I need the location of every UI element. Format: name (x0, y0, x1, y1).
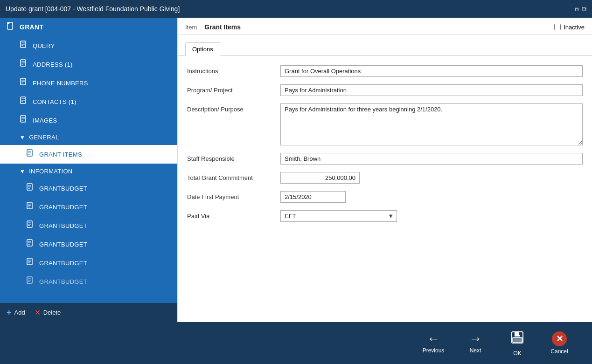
sidebar-grant-label: GRANT (20, 23, 43, 31)
sidebar-item-contacts[interactable]: CONTACTS (1) (0, 92, 177, 111)
grantbudget5-icon (26, 258, 35, 268)
description-row: Description/ Purpose Pays for Administra… (187, 103, 583, 145)
sidebar-grantbudget5-label: GRANTBUDGET (39, 260, 87, 267)
sidebar-grantbudget2-label: GRANTBUDGET (39, 204, 87, 211)
sidebar-item-general[interactable]: ▼ GENERAL (0, 130, 177, 145)
general-chevron: ▼ (20, 134, 25, 141)
sidebar-item-query[interactable]: QUERY (0, 36, 177, 55)
commitment-row: Total Grant Commitment (187, 172, 583, 184)
tabs-bar: Options (178, 35, 592, 56)
sidebar-item-information[interactable]: ▼ INFORMATION (0, 164, 177, 179)
content-header: Item Grant Items Inactive (178, 18, 592, 35)
ok-label: OK (513, 350, 521, 357)
delete-label: Delete (43, 309, 61, 316)
grantbudget4-icon (26, 239, 35, 249)
sidebar-item-grant-items[interactable]: GRANT ITEMS (0, 145, 177, 164)
svg-rect-54 (519, 332, 521, 335)
program-input[interactable] (280, 84, 583, 96)
previous-button[interactable]: ← Previous (419, 332, 447, 354)
date-label: Date First Payment (187, 191, 280, 200)
sidebar-contacts-label: CONTACTS (1) (33, 98, 77, 105)
staff-input[interactable] (280, 153, 583, 165)
add-icon: + (7, 308, 12, 317)
sidebar-item-grantbudget4[interactable]: GRANTBUDGET (0, 235, 177, 254)
content-area: Item Grant Items Inactive Options Instru… (177, 18, 592, 322)
title-bar: Update grant [004-007 - Westfield Founda… (0, 0, 592, 18)
sidebar-item-phone[interactable]: PHONE NUMBERS (0, 74, 177, 92)
staff-row: Staff Responsible (187, 153, 583, 165)
paid-via-select[interactable]: EFT Check Wire ACH (281, 211, 397, 221)
grant-icon (7, 22, 15, 32)
instructions-input[interactable] (280, 65, 583, 77)
instructions-row: Instructions (187, 65, 583, 77)
inactive-label: Inactive (564, 24, 585, 31)
previous-label: Previous (423, 347, 445, 354)
sidebar: GRANT QUERY ADDRESS (1) (0, 18, 177, 322)
sidebar-actions: + Add ✕ Delete (0, 303, 177, 322)
restore-icon[interactable]: ⧉ (582, 5, 586, 13)
svg-rect-53 (514, 338, 521, 341)
query-icon (20, 41, 28, 51)
grantbudget6-icon (26, 276, 35, 287)
paid-via-select-wrap: EFT Check Wire ACH ▼ (280, 210, 397, 222)
commitment-label: Total Grant Commitment (187, 172, 280, 181)
svg-rect-1 (7, 22, 9, 24)
information-chevron: ▼ (20, 168, 25, 175)
add-label: Add (14, 309, 25, 316)
images-icon (20, 115, 28, 125)
sidebar-phone-label: PHONE NUMBERS (33, 80, 88, 87)
sidebar-grantbudget6-label: GRANTBUDGET (39, 278, 87, 285)
inactive-checkbox[interactable] (554, 24, 561, 30)
program-row: Program/ Project (187, 84, 583, 96)
sidebar-item-grantbudget3[interactable]: GRANTBUDGET (0, 216, 177, 235)
sidebar-item-address[interactable]: ADDRESS (1) (0, 55, 177, 74)
paid-via-row: Paid Via EFT Check Wire ACH ▼ (187, 210, 583, 222)
sidebar-grantbudget3-label: GRANTBUDGET (39, 222, 87, 229)
grant-items-icon (26, 149, 35, 159)
grantbudget1-icon (26, 183, 35, 193)
ok-save-icon (510, 330, 525, 348)
sidebar-item-grantbudget5[interactable]: GRANTBUDGET (0, 254, 177, 272)
commitment-input[interactable] (280, 172, 360, 184)
cancel-button[interactable]: ✕ Cancel (545, 331, 573, 355)
staff-label: Staff Responsible (187, 153, 280, 162)
tab-options[interactable]: Options (185, 42, 220, 56)
content-title: Grant Items (204, 23, 241, 31)
sidebar-item-grantbudget2[interactable]: GRANTBUDGET (0, 198, 177, 216)
grantbudget3-icon (26, 220, 35, 231)
sidebar-grant-items-label: GRANT ITEMS (39, 151, 82, 158)
maximize-icon[interactable]: ⧈ (575, 5, 579, 13)
sidebar-grantbudget4-label: GRANTBUDGET (39, 241, 87, 248)
item-label: Item (185, 24, 197, 31)
sidebar-item-grantbudget6[interactable]: GRANTBUDGET (0, 272, 177, 291)
next-button[interactable]: → Next (461, 332, 489, 354)
sidebar-address-label: ADDRESS (1) (33, 61, 73, 68)
delete-button[interactable]: ✕ Delete (35, 308, 61, 317)
instructions-label: Instructions (187, 65, 280, 75)
date-row: Date First Payment (187, 191, 583, 203)
next-icon: → (469, 332, 482, 345)
date-input[interactable] (280, 191, 346, 203)
ok-button[interactable]: OK (503, 330, 531, 357)
cancel-icon: ✕ (552, 331, 567, 346)
inactive-wrap: Inactive (554, 24, 585, 31)
sidebar-general-label: GENERAL (29, 134, 59, 141)
sidebar-grantbudget1-label: GRANTBUDGET (39, 185, 87, 192)
sidebar-item-grantbudget1[interactable]: GRANTBUDGET (0, 179, 177, 198)
description-label: Description/ Purpose (187, 103, 280, 113)
sidebar-item-images[interactable]: IMAGES (0, 111, 177, 130)
description-textarea[interactable]: Pays for Administration for three years … (280, 103, 583, 145)
window-controls: ⧈ ⧉ (575, 5, 586, 13)
paid-via-label: Paid Via (187, 210, 280, 220)
sidebar-item-grant[interactable]: GRANT (0, 18, 177, 36)
bottom-toolbar: ← Previous → Next OK ✕ Cancel (0, 322, 592, 364)
previous-icon: ← (427, 332, 440, 345)
add-button[interactable]: + Add (7, 308, 25, 317)
main-layout: GRANT QUERY ADDRESS (1) (0, 18, 592, 322)
sidebar-information-label: INFORMATION (29, 168, 72, 175)
sidebar-scroll[interactable]: GRANT QUERY ADDRESS (1) (0, 18, 177, 303)
sidebar-query-label: QUERY (33, 42, 55, 49)
phone-icon (20, 78, 28, 88)
cancel-label: Cancel (550, 348, 568, 355)
next-label: Next (470, 347, 481, 354)
